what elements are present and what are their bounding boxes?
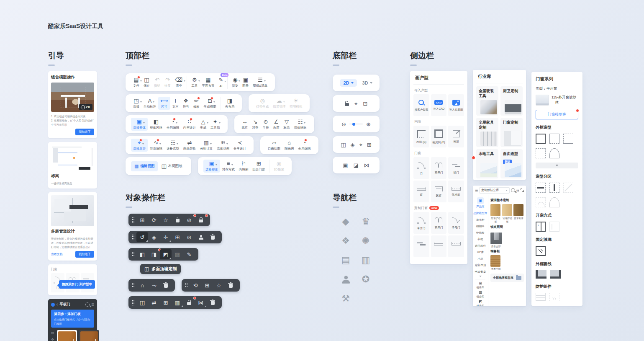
fixed-glass-icon[interactable]: [536, 246, 546, 256]
rail-item[interactable]: 定制吊顶: [473, 262, 487, 268]
search-icon[interactable]: [85, 302, 90, 307]
toolbar-item[interactable]: ✏ 修改: [191, 97, 202, 110]
product-row[interactable]: 115-外开窗玻纱一体: [536, 95, 578, 106]
catalog-item[interactable]: 子母门: [448, 212, 464, 234]
toolbar-item[interactable]: ✦ 工具箱: [208, 118, 222, 131]
frame-square-icon[interactable]: [536, 134, 546, 144]
menu-icon[interactable]: ☰: [475, 189, 478, 192]
catalog-item[interactable]: 落地窗: [448, 181, 464, 202]
rail-item[interactable]: 护墙板: [473, 230, 487, 236]
catalog-item[interactable]: ▲ 导入临摹图: [448, 94, 464, 116]
view-3d-button[interactable]: 3D: [362, 80, 372, 85]
object-tool[interactable]: [207, 297, 218, 307]
toolbar-item[interactable]: ❖ 符号: [181, 97, 191, 110]
object-tool[interactable]: [172, 215, 183, 225]
object-tool[interactable]: ◈: [148, 232, 160, 242]
toolbar-item[interactable]: ◧ 整体风格: [148, 118, 164, 131]
model-item[interactable]: 查看全部: [490, 231, 501, 248]
catalog-item[interactable]: [448, 235, 464, 257]
guard-box-icon[interactable]: [549, 293, 559, 301]
toolbar-item[interactable]: ◔ 全局编辑: [164, 118, 181, 131]
catalog-item[interactable]: [431, 235, 447, 257]
toolbar-item[interactable]: ☷ 墙体快标: [292, 118, 309, 131]
object-tool[interactable]: [160, 280, 172, 290]
toolbar-item[interactable]: ◎ 3D预览: [272, 160, 286, 173]
library-select[interactable]: 定制默认公库: [479, 187, 510, 194]
toolbar-item[interactable]: ▣ 选择整体: [203, 160, 220, 173]
rail-item[interactable]: 衣柜: [473, 236, 487, 242]
object-tool[interactable]: ▥: [172, 297, 183, 307]
toolbar-item[interactable]: ⊞ 组合门窗: [250, 160, 267, 173]
object-tool[interactable]: ⇄: [148, 297, 160, 307]
toolbar-item[interactable]: ↘ 对齐: [250, 118, 261, 131]
toolbar-item[interactable]: ⟷ 尺寸: [158, 97, 170, 110]
toolbar-item[interactable]: ▥ 分析计算: [198, 139, 215, 152]
rail-item[interactable]: 小品: [473, 256, 487, 262]
object-tool[interactable]: ◧: [136, 249, 148, 259]
drag-handle-icon[interactable]: [132, 217, 134, 223]
toolbar-item[interactable]: ⌖ 选择单管: [131, 139, 148, 152]
toolbar-item[interactable]: ≺ 分享设计: [231, 139, 248, 152]
rail-item[interactable]: 通用板件: [473, 243, 487, 249]
nav-item[interactable]: ❖: [336, 234, 356, 248]
object-tool[interactable]: [195, 215, 207, 225]
nav-item[interactable]: ✪: [356, 272, 376, 287]
toolbar-item[interactable]: ☀ 照明模拟: [287, 97, 304, 110]
toolbar-item[interactable]: ☰ 图纸&清单: [251, 76, 269, 89]
toolbar-item[interactable]: ◫ 布局图纸: [158, 161, 185, 171]
library-tab[interactable]: ▦ 组合库: [476, 291, 485, 299]
catalog-item[interactable]: 双开门: [431, 157, 447, 179]
toolbar-item[interactable]: ≋ 流体动画: [215, 139, 231, 152]
toolbar-item[interactable]: ↷ 恢复: [162, 76, 173, 89]
catalog-item[interactable]: 飘窗: [431, 181, 447, 202]
toolbar-item[interactable]: ▣ 图册: [240, 76, 251, 89]
toolbar-item[interactable]: ▤ 文件: [131, 76, 141, 89]
object-tool[interactable]: [183, 297, 195, 307]
focus-icon[interactable]: ⌖: [359, 142, 362, 147]
zoom-out-icon[interactable]: ⊖: [341, 121, 346, 127]
catalog-item[interactable]: 画墙 (B): [413, 126, 429, 147]
catalog-item[interactable]: CAD 导入CAD: [431, 94, 447, 116]
object-tool[interactable]: [225, 280, 236, 290]
toolbar-item[interactable]: ▦ 平面布置: [200, 76, 216, 89]
toolbar-item[interactable]: ⚐ 内饰刷: [237, 160, 251, 173]
drag-handle-icon[interactable]: [132, 300, 134, 305]
drag-handle-icon[interactable]: [132, 282, 134, 288]
model-item[interactable]: 轻奢护墙板: [502, 204, 513, 224]
nav-item[interactable]: ◆: [336, 214, 356, 229]
object-tool[interactable]: ⊞: [136, 215, 148, 225]
model-item[interactable]: 查看全部: [490, 255, 501, 271]
drag-handle-icon[interactable]: [185, 282, 187, 288]
toolbar-item[interactable]: T 文本: [170, 97, 181, 110]
casing-right-icon[interactable]: [550, 270, 561, 279]
object-tool[interactable]: ⊸: [148, 280, 160, 290]
expand-bar[interactable]: [536, 163, 578, 168]
search-icon[interactable]: [511, 188, 515, 192]
screenshot-icon[interactable]: ⊞: [367, 142, 372, 147]
zoom-in-icon[interactable]: ⊕: [366, 121, 371, 127]
more-chevron-icon[interactable]: [479, 276, 482, 277]
toolbar-item[interactable]: ▽ 标高: [282, 118, 292, 131]
object-tool[interactable]: ⊘: [183, 215, 195, 225]
object-tool[interactable]: ⋈: [195, 297, 207, 307]
railing-icon[interactable]: [536, 293, 546, 301]
component-icon[interactable]: ❖: [51, 338, 54, 341]
toolbar-item[interactable]: ↔ 线性: [240, 118, 250, 131]
industry-card[interactable]: 水电工具: [476, 149, 498, 178]
industry-card[interactable]: 全屋家具定制: [476, 118, 498, 147]
toolbar-item[interactable]: ▱ 自由绘图: [266, 139, 282, 152]
rail-item[interactable]: OP库: [473, 249, 487, 255]
arch-inset-icon[interactable]: [536, 197, 546, 207]
image-icon[interactable]: ▣: [343, 163, 348, 168]
divide-vertical-icon[interactable]: [549, 183, 559, 193]
catalog-item[interactable]: [413, 235, 429, 257]
object-tool[interactable]: ⟳: [148, 215, 160, 225]
object-tool[interactable]: ⟲: [190, 280, 201, 290]
door-style-card[interactable]: 01-平板门: [57, 330, 77, 341]
toolbar-item[interactable]: ≡ 对齐方式: [220, 160, 237, 173]
toolbar-item[interactable]: ⇌ 商品替换: [181, 139, 198, 152]
toolbar-item[interactable]: ⌂ 阳光房: [282, 139, 296, 152]
industry-card[interactable]: 门窗定制: [500, 118, 523, 147]
rail-item[interactable]: 榻榻米: [473, 223, 487, 229]
toolbar-item[interactable]: ◫ 保存: [141, 76, 152, 89]
